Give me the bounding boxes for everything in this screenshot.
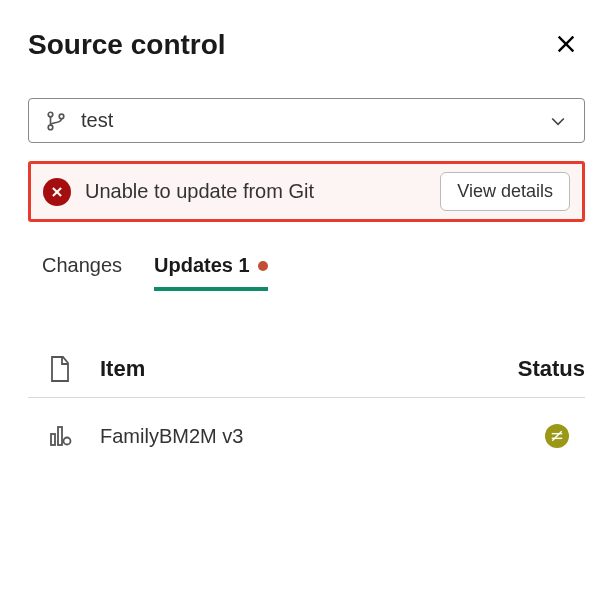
column-item-header: Item [100, 356, 518, 382]
tab-changes-label: Changes [42, 254, 122, 277]
svg-rect-8 [58, 427, 62, 445]
tab-updates[interactable]: Updates 1 [154, 246, 268, 285]
item-name: FamilyBM2M v3 [100, 425, 545, 448]
branch-icon [45, 110, 67, 132]
updates-indicator-dot [258, 261, 268, 271]
column-status-header: Status [518, 356, 585, 382]
sync-conflict-icon [550, 429, 564, 443]
svg-point-3 [48, 125, 53, 130]
view-details-button[interactable]: View details [440, 172, 570, 211]
status-badge [545, 424, 569, 448]
error-icon [43, 178, 71, 206]
close-icon [555, 33, 577, 55]
branch-dropdown[interactable]: test [28, 98, 585, 143]
svg-rect-7 [51, 434, 55, 445]
table-header: Item Status [28, 345, 585, 398]
svg-point-4 [59, 114, 64, 119]
svg-point-9 [64, 438, 71, 445]
svg-line-12 [552, 431, 561, 440]
tab-changes[interactable]: Changes [42, 246, 122, 285]
tabs: Changes Updates 1 [28, 246, 585, 285]
tab-updates-label: Updates 1 [154, 254, 250, 277]
file-icon [48, 355, 72, 383]
close-button[interactable] [547, 26, 585, 64]
page-title: Source control [28, 29, 226, 61]
semantic-model-icon [48, 424, 72, 448]
error-banner: Unable to update from Git View details [28, 161, 585, 222]
chevron-down-icon [548, 111, 568, 131]
svg-point-2 [48, 112, 53, 117]
table-row[interactable]: FamilyBM2M v3 [28, 398, 585, 468]
error-message: Unable to update from Git [85, 180, 440, 203]
branch-name: test [81, 109, 548, 132]
